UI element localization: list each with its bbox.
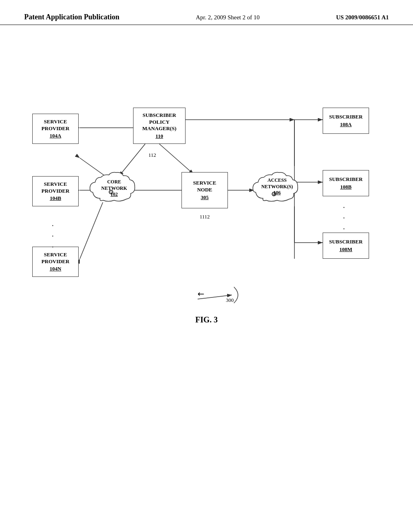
sheet-info: Apr. 2, 2009 Sheet 2 of 10: [196, 14, 259, 21]
subscriber-108a: SUBSCRIBER 108A: [323, 108, 369, 134]
sp-dots: ···: [52, 220, 54, 252]
sub-dots: ···: [343, 202, 345, 234]
patent-number: US 2009/0086651 A1: [336, 14, 389, 21]
subscriber-108b: SUBSCRIBER 108B: [323, 170, 369, 196]
arrow-300: ↙: [195, 288, 207, 300]
service-provider-104a: SERVICEPROVIDER 104A: [32, 114, 79, 144]
service-node: SERVICENODE 305: [181, 172, 228, 208]
label-112: 112: [148, 152, 156, 158]
access-network-cloud: ACCESSNETWORK(S) 106 ⚙: [251, 166, 303, 210]
service-provider-104b: SERVICEPROVIDER 104B: [32, 176, 79, 206]
subscriber-policy-manager: SUBSCRIBERPOLICYMANAGER(S) 110: [133, 108, 186, 144]
service-provider-104n: SERVICEPROVIDER 104N: [32, 247, 79, 277]
subscriber-108m: SUBSCRIBER 108M: [323, 233, 369, 259]
core-network-cloud: CORENETWORK 102 ⚙: [88, 166, 140, 210]
page-header: Patent Application Publication Apr. 2, 2…: [0, 0, 413, 25]
svg-line-4: [159, 144, 194, 174]
svg-line-7: [80, 202, 103, 259]
label-1112: 1112: [200, 214, 210, 220]
label-300: 300: [226, 297, 234, 303]
diagram-area: SERVICEPROVIDER 104A SERVICEPROVIDER 104…: [0, 33, 413, 396]
publication-label: Patent Application Publication: [24, 13, 119, 21]
